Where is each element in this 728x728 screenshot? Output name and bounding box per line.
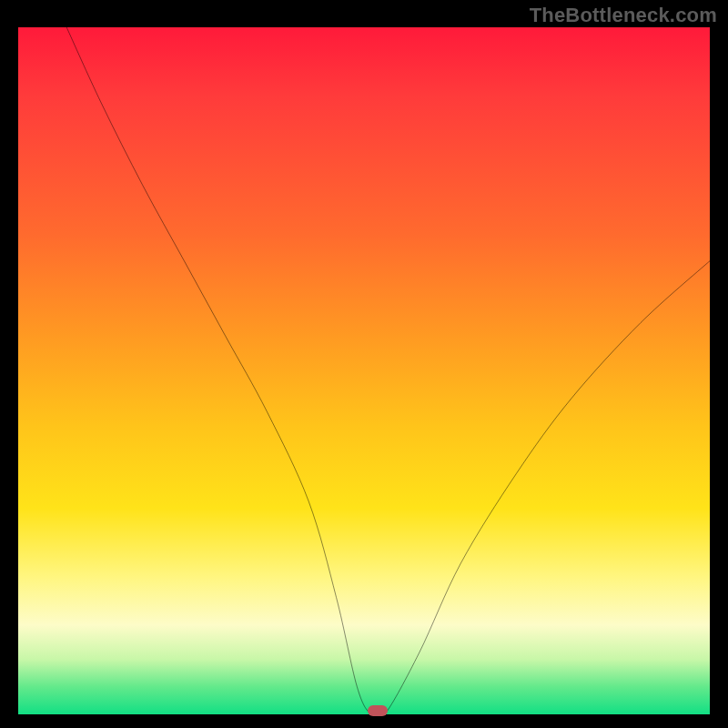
bottleneck-curve (18, 27, 710, 714)
optimum-marker (368, 705, 388, 716)
plot-area (18, 27, 710, 714)
chart-frame: TheBottleneck.com (0, 0, 728, 728)
curve-path (66, 27, 710, 714)
watermark-text: TheBottleneck.com (530, 4, 717, 27)
